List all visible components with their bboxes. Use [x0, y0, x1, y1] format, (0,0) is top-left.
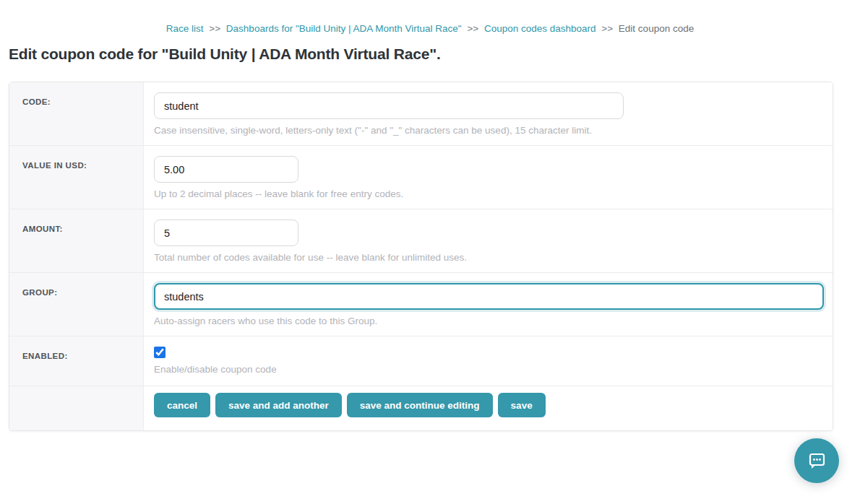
value-in-usd-input[interactable]	[154, 156, 298, 183]
group-label: GROUP:	[22, 288, 57, 297]
label-cell-empty	[9, 386, 144, 430]
group-help-text: Auto-assign racers who use this code to …	[154, 316, 824, 326]
save-and-continue-editing-button[interactable]: save and continue editing	[347, 393, 493, 417]
amount-label: AMOUNT:	[22, 225, 63, 233]
content-cell: Total number of codes available for use …	[144, 209, 833, 272]
page-title: Edit coupon code for "Build Unity | ADA …	[9, 45, 851, 63]
amount-input[interactable]	[154, 220, 298, 246]
enabled-label: ENABLED:	[22, 352, 68, 360]
enabled-help-text: Enable/disable coupon code	[154, 364, 824, 375]
code-label: CODE:	[22, 97, 51, 106]
label-cell: AMOUNT:	[9, 209, 144, 272]
form-row-group: GROUP: Auto-assign racers who use this c…	[9, 273, 833, 336]
content-cell: Auto-assign racers who use this code to …	[144, 273, 833, 336]
code-help-text: Case insensitive, single-word, letters-o…	[154, 125, 824, 136]
label-cell: VALUE IN USD:	[9, 146, 144, 209]
save-button[interactable]: save	[498, 393, 546, 417]
label-cell: ENABLED:	[9, 336, 144, 386]
cancel-button[interactable]: cancel	[154, 393, 210, 417]
chat-fab-button[interactable]	[794, 438, 839, 483]
breadcrumb-link-race-list[interactable]: Race list	[166, 23, 204, 34]
enabled-checkbox[interactable]	[154, 347, 165, 358]
save-and-add-another-button[interactable]: save and add another	[215, 393, 342, 417]
form-row-amount: AMOUNT: Total number of codes available …	[9, 209, 833, 273]
amount-help-text: Total number of codes available for use …	[154, 252, 824, 263]
breadcrumb: Race list >> Dashboards for "Build Unity…	[0, 23, 860, 34]
breadcrumb-link-coupon-codes-dashboard[interactable]: Coupon codes dashboard	[484, 23, 596, 34]
code-input[interactable]	[154, 92, 624, 119]
label-cell: CODE:	[9, 82, 144, 145]
form-row-code: CODE: Case insensitive, single-word, let…	[9, 82, 833, 146]
group-input[interactable]	[154, 283, 824, 310]
content-cell: Up to 2 decimal places -- leave blank fo…	[144, 146, 833, 209]
chat-bubble-icon	[806, 450, 827, 472]
breadcrumb-current: Edit coupon code	[619, 23, 694, 34]
breadcrumb-separator: >>	[209, 23, 220, 34]
button-bar: cancel save and add another save and con…	[144, 386, 833, 430]
form-row-value-in-usd: VALUE IN USD: Up to 2 decimal places -- …	[9, 146, 833, 209]
form-row-enabled: ENABLED: Enable/disable coupon code	[9, 336, 833, 386]
value-in-usd-help-text: Up to 2 decimal places -- leave blank fo…	[154, 188, 824, 199]
label-cell: GROUP:	[9, 273, 144, 336]
breadcrumb-link-dashboards[interactable]: Dashboards for "Build Unity | ADA Month …	[226, 23, 462, 34]
form-row-buttons: cancel save and add another save and con…	[9, 386, 833, 430]
breadcrumb-separator: >>	[601, 23, 613, 34]
breadcrumb-separator: >>	[467, 23, 478, 34]
value-in-usd-label: VALUE IN USD:	[22, 161, 87, 170]
content-cell: Enable/disable coupon code	[144, 336, 833, 386]
content-cell: Case insensitive, single-word, letters-o…	[144, 82, 833, 145]
edit-coupon-form: CODE: Case insensitive, single-word, let…	[9, 82, 833, 431]
